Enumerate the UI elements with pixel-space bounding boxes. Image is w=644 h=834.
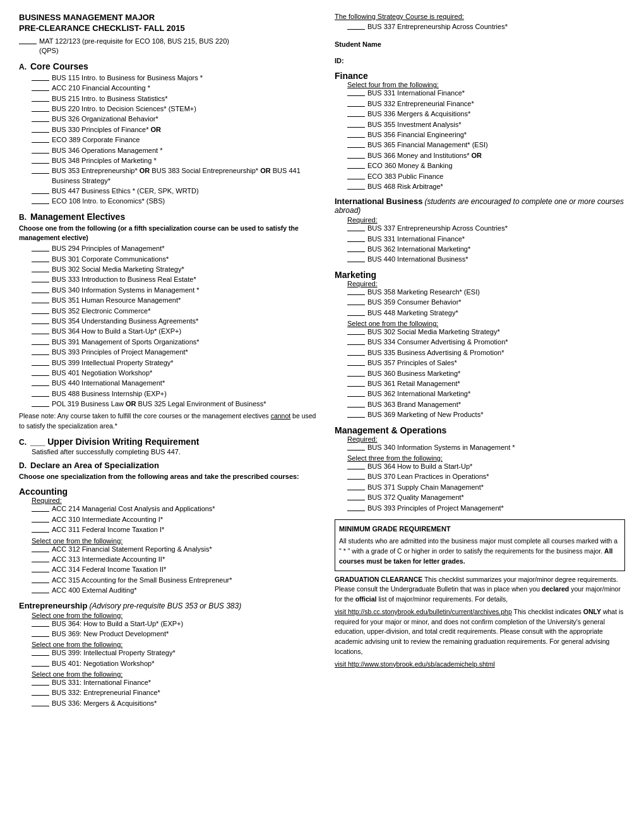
list-item: BUS 360 Business Marketing* bbox=[347, 369, 625, 378]
entrepreneurship-section: Entrepreneurship (Advisory pre-requisite… bbox=[19, 601, 322, 709]
section-d-title: Declare an Area of Specialization bbox=[30, 461, 159, 470]
list-item: BUS 302 Social Media Marketing Strategy* bbox=[347, 327, 625, 337]
section-b-intro: Choose one from the following (or a fift… bbox=[19, 224, 322, 242]
ib-required-label: Required: bbox=[347, 216, 625, 224]
list-item: POL 319 Business Law OR BUS 325 Legal En… bbox=[32, 399, 322, 409]
bus447-item: BUS 447 Business Ethics * (CER, SPK, WRT… bbox=[32, 186, 322, 196]
list-item: BUS 401 Negotiation Workshop* bbox=[32, 368, 322, 378]
ib-title: International Business bbox=[335, 196, 422, 206]
doc-title-line2: PRE-CLEARANCE CHECKLIST- FALL 2015 bbox=[19, 23, 322, 33]
bus362-mkt-item: BUS 362 International Marketing* bbox=[347, 389, 625, 399]
list-item: BUS 220 Intro. to Decision Sciences* (ST… bbox=[32, 104, 322, 114]
marketing-required-label: Required: bbox=[347, 280, 625, 287]
list-item: BUS 294 Principles of Management* bbox=[32, 244, 322, 253]
list-item: BUS 399: Intellectual Property Strategy* bbox=[32, 648, 322, 658]
list-item: BUS 336 Mergers & Acquisitions* bbox=[347, 109, 625, 119]
list-item: BUS 355 Investment Analysis* bbox=[347, 120, 625, 130]
section-c-title: ___ Upper Division Writing Requirement bbox=[30, 437, 199, 447]
entrep-select2-label: Select one from the following: bbox=[32, 641, 322, 648]
min-grade-text: All students who are admitted into the b… bbox=[339, 536, 621, 566]
list-item: BUS 364: How to Build a Start-Up* (EXP+) bbox=[32, 619, 322, 629]
student-info: Student Name ID: bbox=[335, 38, 625, 64]
list-item: BUS 357 Principles of Sales* bbox=[347, 358, 625, 368]
list-item: BUS 333 Introduction to Business Real Es… bbox=[32, 275, 322, 284]
list-item: BUS 354 Understanding Business Agreement… bbox=[32, 317, 322, 326]
entrepreneurship-title: Entrepreneurship bbox=[19, 601, 87, 610]
list-item: BUS 332: Entrepreneurial Finance* bbox=[32, 688, 322, 698]
list-item: BUS 363 Brand Management* bbox=[347, 400, 625, 409]
doc-title-line1: BUSINESS MANAGEMENT MAJOR bbox=[19, 13, 322, 22]
entrep-select1-label: Select one from the following: bbox=[32, 612, 322, 619]
mgmt-ops-required-label: Required: bbox=[347, 435, 625, 443]
mgmt-ops-title: Management & Operations bbox=[335, 425, 446, 435]
list-item: BUS 372 Quality Management* bbox=[347, 493, 625, 502]
eco360-item: ECO 360 Money & Banking bbox=[347, 161, 625, 171]
mgmt-ops-section: Management & Operations Required: BUS 34… bbox=[335, 425, 625, 513]
marketing-title: Marketing bbox=[335, 270, 376, 280]
accounting-content: Required: ACC 214 Managerial Cost Analys… bbox=[19, 497, 322, 595]
list-item: BUS 440 International Business* bbox=[347, 255, 625, 264]
entrepreneurship-subtitle: (Advisory pre-requisite BUS 353 or BUS 3… bbox=[89, 601, 241, 610]
student-name-label: Student Name bbox=[335, 40, 381, 48]
list-item: BUS 302 Social Media Marketing Strategy* bbox=[32, 265, 322, 274]
grad-link1[interactable]: visit http://sb.cc.stonybrook.edu/bullet… bbox=[335, 607, 625, 657]
strategy-note: The following Strategy Course is require… bbox=[335, 13, 625, 20]
finance-section: Finance Select four from the following: … bbox=[335, 71, 625, 191]
list-item: BUS 361 Retail Management* bbox=[347, 379, 625, 389]
list-item: ACC 400 External Auditing* bbox=[32, 586, 322, 595]
list-item: ACC 310 Intermediate Accounting I* bbox=[32, 515, 322, 524]
graduation-clearance: GRADUATION CLEARANCE This checklist summ… bbox=[335, 575, 625, 670]
list-item: BUS 369 Marketing of New Products* bbox=[347, 410, 625, 420]
list-item: BUS 334 Consumer Advertising & Promotion… bbox=[347, 337, 625, 347]
mgmt-ops-select-label: Select three from the following: bbox=[347, 454, 625, 462]
accounting-select-label: Select one from the following: bbox=[32, 537, 322, 545]
list-item: BUS 488 Business Internship (EXP+) bbox=[32, 389, 322, 399]
list-item: BUS 336: Mergers & Acquisitions* bbox=[32, 699, 322, 708]
list-item: BUS 370 Lean Practices in Operations* bbox=[347, 472, 625, 481]
list-item: BUS 351 Human Resource Management* bbox=[32, 296, 322, 305]
list-item: BUS 440 International Management* bbox=[32, 378, 322, 388]
section-d-intro: Choose one specialization from the follo… bbox=[19, 472, 322, 481]
list-item: BUS 366 Money and Institutions* OR bbox=[347, 151, 625, 160]
grad-link2[interactable]: visit http://www.stonybrook.edu/sb/acade… bbox=[335, 660, 625, 670]
list-item: BUS 401: Negotiation Workshop* bbox=[32, 659, 322, 668]
list-item: BUS 356 Financial Engineering* bbox=[347, 130, 625, 140]
marketing-select-label: Select one from the following: bbox=[347, 320, 625, 327]
section-a-title: Core Courses bbox=[30, 61, 88, 71]
list-item: BUS 331 International Finance* bbox=[347, 88, 625, 98]
list-item: BUS 369: New Product Development* bbox=[32, 629, 322, 639]
mat-blank bbox=[19, 37, 37, 44]
bus335-item: BUS 335 Business Advertising & Promotion… bbox=[347, 348, 625, 358]
section-d: D. Declare an Area of Specialization Cho… bbox=[19, 461, 322, 481]
list-item: BUS 337 Entrepreneurship Across Countrie… bbox=[347, 224, 625, 233]
list-item: BUS 359 Consumer Behavior* bbox=[347, 298, 625, 307]
id-field: ID: bbox=[335, 54, 625, 64]
list-item: BUS 215 Intro. to Business Statistics* bbox=[32, 94, 322, 104]
list-item: BUS 364 How to Build a Start-Up* (EXP+) bbox=[32, 327, 322, 336]
ib-content: Required: BUS 337 Entrepreneurship Acros… bbox=[335, 216, 625, 265]
marketing-section: Marketing Required: BUS 358 Marketing Re… bbox=[335, 270, 625, 420]
min-grade-box: MINIMUM GRADE REQUIREMENT All students w… bbox=[335, 519, 625, 571]
list-item: BUS 301 Corporate Communications* bbox=[32, 255, 322, 264]
list-item: ECO 383 Public Finance bbox=[347, 172, 625, 181]
list-item: BUS 348 Principles of Marketing * bbox=[32, 156, 322, 166]
list-item: BUS 393 Principles of Project Management… bbox=[32, 348, 322, 357]
section-c-label: C. bbox=[19, 438, 27, 447]
section-b-label: B. bbox=[19, 213, 27, 222]
left-column: BUSINESS MANAGEMENT MAJOR PRE-CLEARANCE … bbox=[19, 13, 322, 709]
right-column: The following Strategy Course is require… bbox=[335, 13, 625, 709]
list-item: ACC 210 Financial Accounting * bbox=[32, 83, 322, 93]
list-item: BUS 358 Marketing Research* (ESI) bbox=[347, 287, 625, 297]
id-label: ID: bbox=[335, 57, 344, 64]
mat-text: MAT 122/123 (pre-requisite for ECO 108, … bbox=[39, 37, 322, 56]
list-item: BUS 353 Entrepreneurship* OR BUS 383 Soc… bbox=[32, 166, 322, 186]
list-item: BUS 330 Principles of Finance* OR bbox=[32, 125, 322, 135]
list-item: BUS 331 International Finance* bbox=[347, 234, 625, 244]
list-item: BUS 371 Supply Chain Management* bbox=[347, 483, 625, 492]
list-item: BUS 448 Marketing Strategy* bbox=[347, 308, 625, 318]
finance-content: Select four from the following: BUS 331 … bbox=[335, 81, 625, 191]
section-d-label: D. bbox=[19, 461, 27, 470]
list-item: BUS 352 Electronic Commerce* bbox=[32, 306, 322, 316]
international-business-section: International Business (students are enc… bbox=[335, 196, 625, 265]
list-item: BUS 365 Financial Management* (ESI) bbox=[347, 140, 625, 150]
